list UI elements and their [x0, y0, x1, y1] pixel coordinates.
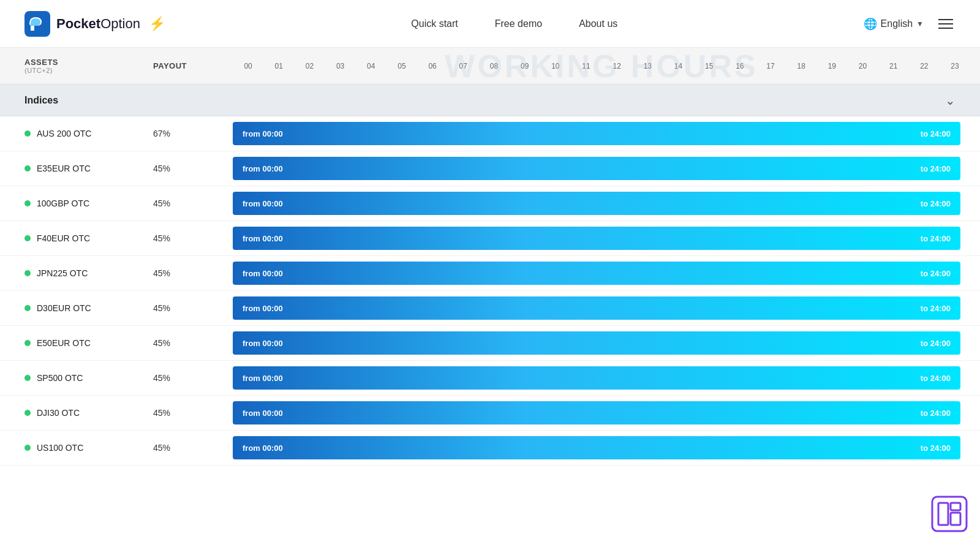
status-dot — [24, 200, 31, 206]
payout-value: 45% — [153, 443, 233, 453]
language-label: English — [881, 18, 913, 29]
hour-label-09: 09 — [510, 62, 540, 70]
time-chart-cell: from 00:00 to 24:00 — [233, 122, 970, 145]
time-bar: from 00:00 to 24:00 — [233, 436, 960, 459]
chevron-down-icon: ▼ — [916, 20, 924, 28]
asset-name-cell: JPN225 OTC — [0, 268, 153, 278]
status-dot — [24, 375, 31, 381]
time-chart-cell: from 00:00 to 24:00 — [233, 262, 970, 285]
time-bar-from: from 00:00 — [243, 234, 283, 243]
time-chart-cell: from 00:00 to 24:00 — [233, 436, 970, 459]
asset-name-cell: 100GBP OTC — [0, 198, 153, 208]
time-bar-from: from 00:00 — [243, 199, 283, 208]
asset-name: E50EUR OTC — [37, 338, 91, 348]
time-bar-from: from 00:00 — [243, 164, 283, 173]
logo-icon — [24, 11, 50, 37]
asset-name: US100 OTC — [37, 443, 83, 453]
svg-rect-4 — [951, 503, 960, 510]
status-dot — [24, 130, 31, 137]
payout-value: 45% — [153, 233, 233, 243]
asset-row[interactable]: 100GBP OTC 45% from 00:00 to 24:00 — [0, 186, 980, 221]
payout-value: 45% — [153, 408, 233, 418]
status-dot — [24, 165, 31, 172]
section-title: Indices — [24, 95, 58, 106]
time-bar-to: to 24:00 — [921, 129, 951, 138]
asset-row[interactable]: D30EUR OTC 45% from 00:00 to 24:00 — [0, 291, 980, 326]
language-selector[interactable]: 🌐 English ▼ — [864, 17, 924, 31]
time-bar: from 00:00 to 24:00 — [233, 227, 960, 250]
time-bar: from 00:00 to 24:00 — [233, 401, 960, 424]
payout-value: 45% — [153, 268, 233, 278]
nav-quick-start[interactable]: Quick start — [411, 18, 458, 29]
time-bar-to: to 24:00 — [921, 409, 951, 418]
asset-row[interactable]: SP500 OTC 45% from 00:00 to 24:00 — [0, 361, 980, 396]
hour-label-06: 06 — [417, 62, 448, 70]
hour-label-15: 15 — [694, 62, 725, 70]
hour-label-05: 05 — [386, 62, 417, 70]
table-header: ASSETS (UTC+2) PAYOUT WORKING HOURS 0001… — [0, 48, 980, 85]
lightning-icon: ⚡ — [149, 16, 165, 32]
hour-label-03: 03 — [325, 62, 356, 70]
time-bar-to: to 24:00 — [921, 339, 951, 348]
time-bar-to: to 24:00 — [921, 234, 951, 243]
section-collapse-chevron[interactable]: ⌄ — [945, 93, 956, 108]
asset-row[interactable]: AUS 200 OTC 67% from 00:00 to 24:00 — [0, 116, 980, 151]
hour-label-14: 14 — [663, 62, 693, 70]
time-bar: from 00:00 to 24:00 — [233, 331, 960, 355]
status-dot — [24, 410, 31, 416]
asset-name: JPN225 OTC — [37, 268, 88, 278]
hour-label-18: 18 — [786, 62, 816, 70]
asset-name: DJI30 OTC — [37, 408, 80, 418]
hamburger-button[interactable] — [936, 17, 956, 31]
time-bar-to: to 24:00 — [921, 164, 951, 173]
asset-row[interactable]: E50EUR OTC 45% from 00:00 to 24:00 — [0, 326, 980, 361]
hour-label-16: 16 — [725, 62, 755, 70]
indices-section-header: Indices ⌄ — [0, 85, 980, 116]
svg-rect-3 — [951, 513, 960, 525]
time-chart-cell: from 00:00 to 24:00 — [233, 401, 970, 424]
hamburger-line-3 — [938, 28, 953, 29]
asset-name-cell: US100 OTC — [0, 443, 153, 453]
hour-label-00: 00 — [233, 62, 263, 70]
hour-label-11: 11 — [571, 62, 601, 70]
svg-rect-1 — [932, 497, 967, 531]
nav-free-demo[interactable]: Free demo — [495, 18, 542, 29]
hour-label-02: 02 — [294, 62, 325, 70]
time-bar-from: from 00:00 — [243, 339, 283, 348]
main-header: PocketOption ⚡ Quick start Free demo Abo… — [0, 0, 980, 48]
hour-label-08: 08 — [478, 62, 509, 70]
time-bar: from 00:00 to 24:00 — [233, 157, 960, 180]
asset-row[interactable]: JPN225 OTC 45% from 00:00 to 24:00 — [0, 256, 980, 291]
nav-links: Quick start Free demo About us — [411, 18, 617, 29]
time-bar-to: to 24:00 — [921, 374, 951, 383]
time-chart-cell: from 00:00 to 24:00 — [233, 192, 970, 215]
asset-row[interactable]: E35EUR OTC 45% from 00:00 to 24:00 — [0, 151, 980, 186]
asset-name: D30EUR OTC — [37, 303, 91, 313]
time-bar-from: from 00:00 — [243, 129, 283, 138]
time-bar: from 00:00 to 24:00 — [233, 366, 960, 390]
time-chart-cell: from 00:00 to 24:00 — [233, 331, 970, 355]
status-dot — [24, 235, 31, 241]
asset-name: AUS 200 OTC — [37, 129, 91, 138]
hour-label-21: 21 — [878, 62, 909, 70]
logo-area[interactable]: PocketOption ⚡ — [24, 11, 165, 37]
time-bar: from 00:00 to 24:00 — [233, 122, 960, 145]
asset-name-cell: D30EUR OTC — [0, 303, 153, 313]
asset-row[interactable]: F40EUR OTC 45% from 00:00 to 24:00 — [0, 221, 980, 256]
hour-label-19: 19 — [816, 62, 847, 70]
time-bar-to: to 24:00 — [921, 199, 951, 208]
bottom-right-tool-icon[interactable] — [931, 496, 968, 535]
nav-about-us[interactable]: About us — [579, 18, 617, 29]
hours-header: WORKING HOURS 00010203040506070809101112… — [233, 62, 970, 70]
time-bar: from 00:00 to 24:00 — [233, 262, 960, 285]
hour-label-22: 22 — [909, 62, 940, 70]
asset-name-cell: E50EUR OTC — [0, 338, 153, 348]
hour-label-13: 13 — [632, 62, 663, 70]
status-dot — [24, 270, 31, 276]
time-bar-to: to 24:00 — [921, 304, 951, 313]
asset-row[interactable]: US100 OTC 45% from 00:00 to 24:00 — [0, 431, 980, 466]
hour-label-01: 01 — [263, 62, 294, 70]
time-bar: from 00:00 to 24:00 — [233, 296, 960, 320]
asset-name-cell: DJI30 OTC — [0, 408, 153, 418]
asset-row[interactable]: DJI30 OTC 45% from 00:00 to 24:00 — [0, 396, 980, 431]
